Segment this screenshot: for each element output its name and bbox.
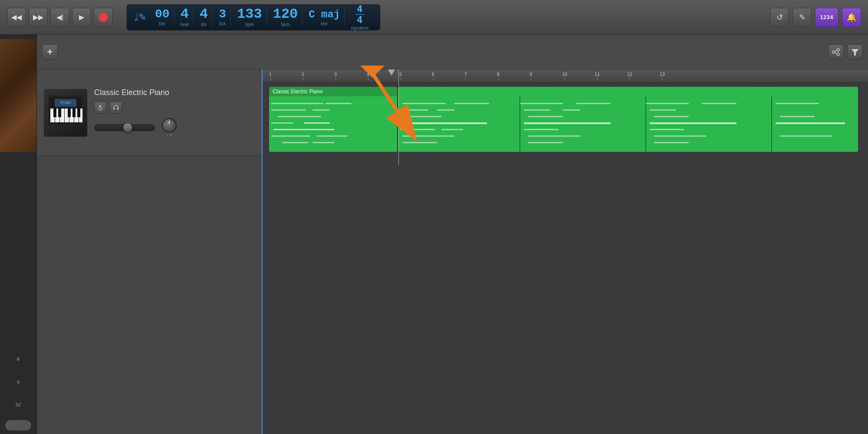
instrument-icon-row: [94, 102, 255, 114]
lcd-div-value: 4: [200, 7, 208, 21]
note-line: [271, 122, 293, 124]
note-line: [776, 122, 845, 124]
lcd-sig-top: 4: [357, 4, 362, 14]
ruler-mark-5: 5: [399, 72, 402, 80]
note-icon: ♩✎: [134, 12, 146, 23]
piano-svg: PIANO: [46, 91, 85, 135]
skip-back-button[interactable]: ◀|: [50, 8, 69, 27]
svg-line-4: [835, 53, 837, 54]
note-line: [271, 103, 323, 104]
metronome-button[interactable]: 🔔: [842, 8, 861, 27]
filter-button[interactable]: [847, 44, 863, 60]
note-line: [282, 142, 308, 143]
note-line: [271, 109, 306, 111]
ruler-mark-6: 6: [432, 72, 434, 80]
lcd-bpm-value: 133: [237, 7, 262, 21]
record-button[interactable]: [94, 8, 113, 27]
lcd-bar-field: 00 bar: [151, 8, 174, 26]
lcd-bpm2-value: 120: [273, 7, 298, 21]
svg-line-3: [835, 50, 837, 52]
note-line: [654, 116, 689, 117]
count-label: 1234: [820, 14, 834, 20]
midi-region-2[interactable]: [398, 87, 858, 152]
note-line: [563, 109, 580, 111]
svg-rect-18: [72, 108, 76, 117]
instrument-track: PIANO Classic Electric Piano: [37, 69, 262, 156]
midi-region-1[interactable]: Classic Electric Piano: [269, 87, 397, 152]
sidebar-label-iv: IV: [16, 401, 21, 408]
playhead-ruler-marker: [391, 69, 395, 76]
pencil-button[interactable]: ✎: [792, 8, 812, 27]
note-line: [273, 129, 334, 130]
svg-marker-5: [852, 49, 858, 56]
svg-point-2: [837, 53, 839, 56]
note-line: [454, 103, 489, 104]
ruler-mark-2: 2: [302, 72, 304, 80]
note-line: [278, 116, 321, 117]
note-line: [528, 142, 563, 143]
note-line: [312, 142, 334, 143]
track-header: +: [37, 35, 868, 69]
count-button[interactable]: 1234: [815, 8, 838, 27]
svg-rect-16: [58, 108, 61, 117]
play-button[interactable]: ▶: [72, 8, 91, 27]
instrument-panel-empty: [37, 156, 262, 434]
svg-rect-22: [99, 105, 101, 108]
region-divider: [645, 96, 646, 152]
note-line: [524, 122, 611, 124]
note-line: [650, 122, 736, 124]
headphone-button[interactable]: [110, 102, 122, 114]
note-line: [576, 103, 611, 104]
ruler-mark-7: 7: [464, 72, 467, 80]
mic-button[interactable]: [94, 102, 106, 114]
lcd-beat-label: beat: [181, 22, 189, 27]
rewind-button[interactable]: ◀◀: [7, 8, 26, 27]
note-line: [780, 135, 832, 137]
ruler-mark-11: 11: [595, 72, 600, 80]
plus-icon: +: [47, 46, 53, 58]
connect-tracks-button[interactable]: [828, 44, 844, 60]
lcd-display: ♩✎ 00 bar 4 beat 4 div 3 tick 133 bpm 12…: [127, 4, 380, 30]
lcd-div-field: 4 div: [195, 7, 213, 27]
note-line: [780, 116, 815, 117]
fast-forward-button[interactable]: ▶▶: [29, 8, 48, 27]
volume-slider[interactable]: [94, 124, 155, 131]
pan-knob[interactable]: [162, 118, 177, 133]
note-line: [402, 135, 454, 137]
instrument-panel: PIANO Classic Electric Piano: [37, 69, 263, 434]
svg-rect-24: [113, 108, 115, 110]
region-name-1: Classic Electric Piano: [273, 89, 322, 95]
transport-controls: ◀◀ ▶▶ ◀| ▶: [7, 8, 113, 27]
lcd-bpm-field: 133 bpm: [233, 7, 267, 27]
sidebar-scrollbar[interactable]: [5, 420, 31, 431]
filter-icon: [851, 48, 859, 56]
lcd-time-signature: 4 4: [355, 4, 364, 25]
note-line: [776, 103, 819, 104]
ruler-mark-10: 10: [562, 72, 567, 80]
lcd-beat-field: 4 beat: [176, 7, 194, 27]
region-divider: [519, 96, 520, 152]
lcd-sig-field: 4 4 signature: [346, 4, 373, 30]
sidebar-label-e: e: [16, 355, 20, 362]
headphone-icon: [113, 105, 119, 111]
svg-point-0: [832, 51, 835, 53]
lcd-bpm2-label: bpm: [281, 22, 289, 27]
note-line: [402, 103, 446, 104]
note-line: [528, 135, 580, 137]
lcd-bar-label: bar: [159, 21, 165, 26]
track-area: +: [37, 35, 868, 434]
ruler-mark-3: 3: [334, 72, 337, 80]
wooden-floor-image: [0, 39, 37, 152]
instrument-info: Classic Electric Piano: [94, 88, 255, 137]
region-content-1: [269, 96, 397, 152]
right-toolbar: ↺ ✎ 1234 🔔: [770, 8, 861, 27]
lcd-tick-label: tick: [219, 21, 226, 26]
refresh-button[interactable]: ↺: [770, 8, 789, 27]
note-line: [654, 142, 689, 143]
ruler-mark-9: 9: [529, 72, 532, 80]
lcd-sig-bottom: 4: [357, 15, 362, 25]
note-line: [402, 109, 428, 111]
note-line: [400, 122, 487, 124]
add-track-button[interactable]: +: [42, 44, 58, 60]
ruler-mark-4: 4: [367, 72, 369, 80]
